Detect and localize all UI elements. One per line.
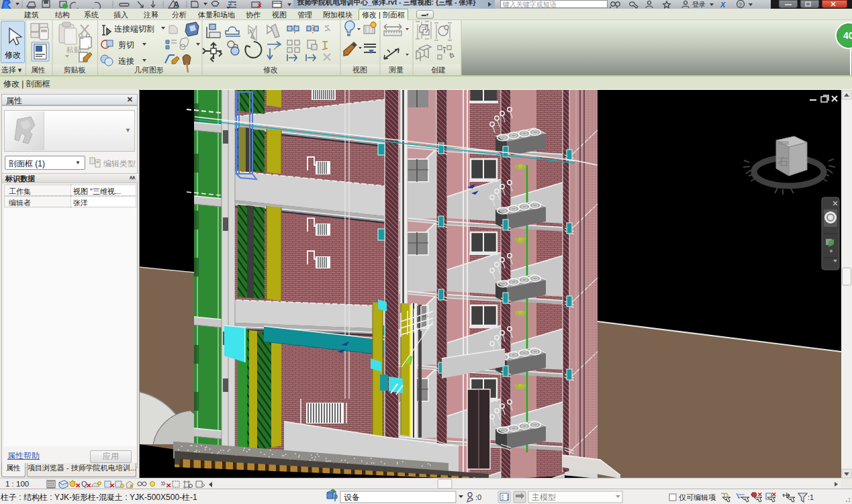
- svg-text:主模型: 主模型: [532, 493, 556, 502]
- svg-text::0: :0: [475, 493, 481, 501]
- svg-text:属性: 属性: [31, 66, 46, 74]
- svg-text:修改: 修改: [5, 50, 21, 60]
- svg-text:X: X: [720, 1, 726, 9]
- svg-text:测量: 测量: [389, 66, 404, 74]
- svg-text::1: :1: [808, 493, 814, 501]
- svg-text:登录: 登录: [692, 1, 706, 8]
- svg-text:选择 ▾: 选择 ▾: [1, 66, 22, 74]
- svg-text:几何图形: 几何图形: [134, 66, 164, 74]
- svg-text:连接端切割: 连接端切割: [114, 24, 154, 34]
- svg-text:剪切: 剪切: [118, 40, 134, 50]
- svg-text:✕: ✕: [257, 2, 263, 9]
- svg-text:1 : 100: 1 : 100: [5, 480, 29, 488]
- svg-text:40: 40: [843, 30, 852, 41]
- svg-text:A: A: [173, 0, 180, 9]
- svg-text:?: ?: [739, 1, 742, 8]
- svg-text:创建: 创建: [431, 66, 446, 74]
- svg-text:右: 右: [777, 155, 789, 168]
- svg-text:视图: 视图: [352, 66, 367, 74]
- svg-text:剪贴板: 剪贴板: [64, 66, 86, 74]
- svg-text:修改: 修改: [263, 66, 278, 74]
- svg-text:连接: 连接: [118, 56, 134, 66]
- svg-text:仅可编辑项: 仅可编辑项: [679, 493, 716, 501]
- svg-text:设备: 设备: [344, 493, 360, 502]
